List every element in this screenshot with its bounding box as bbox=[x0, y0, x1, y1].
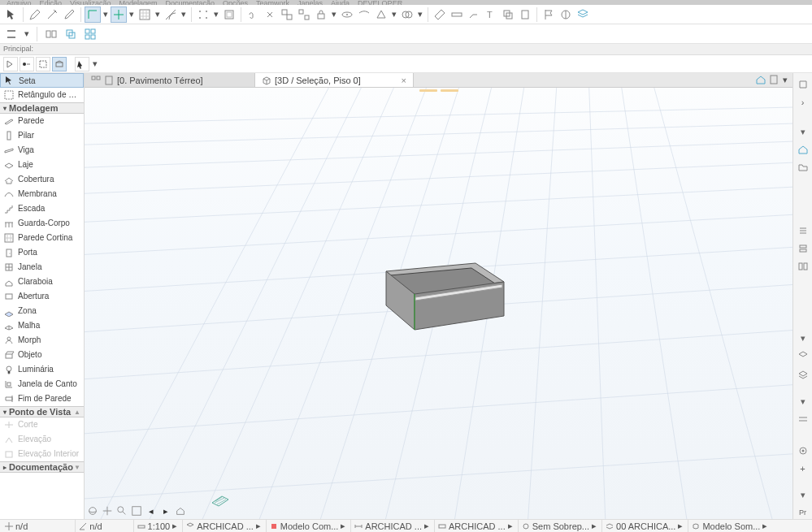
leader-icon[interactable] bbox=[466, 6, 482, 23]
offset-icon[interactable] bbox=[221, 6, 237, 23]
tool-object[interactable]: Objeto bbox=[0, 348, 84, 362]
ruler-icon[interactable] bbox=[449, 6, 465, 23]
dropdown-icon[interactable]: ▾ bbox=[154, 9, 162, 19]
plus-icon[interactable]: + bbox=[797, 462, 810, 475]
tool-marquee[interactable]: Retângulo de Seleção bbox=[0, 88, 84, 102]
sb-model[interactable]: Modelo Som...▸ bbox=[688, 520, 771, 532]
orbit-icon[interactable] bbox=[86, 504, 99, 517]
next-icon[interactable]: ▸ bbox=[159, 504, 172, 517]
group-doc[interactable]: ▸Documentação▼ bbox=[0, 461, 84, 473]
tool-slab[interactable]: Laje bbox=[0, 158, 84, 172]
wand-icon[interactable] bbox=[44, 6, 60, 23]
snap-perp-icon[interactable] bbox=[111, 6, 127, 23]
pointer-tool-icon[interactable] bbox=[3, 6, 20, 23]
dropdown-icon[interactable]: ▾ bbox=[212, 9, 220, 19]
layers-icon[interactable] bbox=[797, 349, 810, 362]
mode-a-icon[interactable] bbox=[3, 57, 18, 71]
prev-icon[interactable]: ◂ bbox=[145, 504, 158, 517]
group-icon[interactable] bbox=[279, 6, 295, 23]
dropdown-icon[interactable]: ▾ bbox=[91, 58, 99, 69]
pan-icon[interactable] bbox=[101, 504, 114, 517]
tool-membrane[interactable]: Membrana bbox=[0, 187, 84, 201]
stack-icon[interactable] bbox=[797, 242, 810, 255]
ungroup-icon[interactable] bbox=[296, 6, 312, 23]
grid-dots-icon[interactable] bbox=[195, 6, 211, 23]
tool-elev[interactable]: Elevação bbox=[0, 432, 84, 447]
expand3-icon[interactable]: ▾ bbox=[797, 395, 810, 408]
house-icon[interactable] bbox=[797, 143, 810, 156]
mode-c-icon[interactable] bbox=[36, 57, 50, 71]
tile-icon[interactable] bbox=[82, 26, 98, 42]
tool-mesh[interactable]: Malha bbox=[0, 318, 84, 333]
tool-rail[interactable]: Guarda-Corpo bbox=[0, 216, 84, 231]
sb-scale[interactable]: 1:100▸ bbox=[133, 520, 181, 532]
dropdown-icon[interactable]: ▾ bbox=[781, 75, 789, 85]
cursor-obj-icon[interactable] bbox=[75, 57, 89, 71]
tool-wall[interactable]: Parede bbox=[0, 114, 84, 128]
dropdown-icon[interactable]: ▾ bbox=[330, 9, 338, 19]
arrange-icon[interactable] bbox=[43, 26, 59, 42]
copy-icon[interactable] bbox=[500, 6, 516, 23]
dropdown-icon[interactable]: ▾ bbox=[102, 9, 110, 19]
chevron-right-icon[interactable]: › bbox=[797, 96, 810, 109]
tab-3d[interactable]: [3D / Seleção, Piso 0] × bbox=[255, 73, 414, 87]
sb-layers2[interactable]: 00 ARCHICA...▸ bbox=[601, 520, 686, 532]
sb-struct[interactable]: ARCHICAD ...▸ bbox=[434, 520, 516, 532]
nav-doc-icon[interactable] bbox=[768, 74, 779, 87]
dropdown-icon[interactable]: ▾ bbox=[23, 28, 31, 39]
tab-floorplan[interactable]: [0. Pavimento Térreo] bbox=[85, 73, 255, 87]
tool-morph[interactable]: Morph bbox=[0, 333, 84, 348]
layers3-icon[interactable] bbox=[797, 413, 810, 426]
flag-circle-icon[interactable] bbox=[558, 6, 574, 23]
group-modelagem[interactable]: ▾Modelagem bbox=[0, 102, 84, 114]
tool-curtain[interactable]: Parede Cortina bbox=[0, 231, 84, 245]
expand-icon[interactable]: ▾ bbox=[797, 125, 810, 138]
dropdown-icon[interactable]: ▾ bbox=[180, 9, 188, 19]
nav-toggle-icon[interactable] bbox=[797, 78, 810, 91]
prop-expand-icon[interactable]: ▾ bbox=[797, 488, 810, 501]
tool-window[interactable]: Janela bbox=[0, 260, 84, 275]
group-pov[interactable]: ▾Ponto de Vista▲ bbox=[0, 406, 84, 417]
home-view-icon[interactable] bbox=[174, 504, 187, 517]
gear-icon[interactable] bbox=[797, 444, 810, 457]
stack2-icon[interactable] bbox=[797, 260, 810, 273]
lock-icon[interactable] bbox=[313, 6, 329, 23]
bool-icon[interactable] bbox=[399, 6, 415, 23]
detach-icon[interactable] bbox=[262, 6, 278, 23]
sb-layers[interactable]: ARCHICAD ...▸ bbox=[182, 520, 264, 532]
sb-dim[interactable]: ARCHICAD ...▸ bbox=[350, 520, 432, 532]
tool-cornerwin[interactable]: Janela de Canto bbox=[0, 377, 84, 391]
tool-icon[interactable] bbox=[3, 26, 20, 42]
expand2-icon[interactable]: ▾ bbox=[797, 331, 810, 344]
drawer-object[interactable] bbox=[358, 255, 520, 353]
tool-pillar[interactable]: Pilar bbox=[0, 128, 84, 143]
flag-icon[interactable] bbox=[541, 6, 557, 23]
sb-pen[interactable]: Modelo Com...▸ bbox=[266, 520, 350, 532]
tool-lamp[interactable]: Luminária bbox=[0, 362, 84, 377]
zoom-icon[interactable] bbox=[115, 504, 128, 517]
dropdown-icon[interactable]: ▾ bbox=[416, 9, 424, 19]
tool-stair[interactable]: Escada bbox=[0, 201, 84, 216]
tool-arrow[interactable]: Seta bbox=[0, 73, 84, 88]
hide-icon[interactable] bbox=[339, 6, 355, 23]
tool-beam[interactable]: Viga bbox=[0, 143, 84, 158]
attach-icon[interactable] bbox=[245, 6, 261, 23]
tool-door[interactable]: Porta bbox=[0, 245, 84, 260]
paste-icon[interactable] bbox=[517, 6, 533, 23]
tool-skylight[interactable]: Claraboia bbox=[0, 275, 84, 289]
sb-over[interactable]: Sem Sobrep...▸ bbox=[518, 520, 600, 532]
pencil-icon[interactable] bbox=[27, 6, 43, 23]
layer-3d-icon[interactable] bbox=[575, 6, 591, 23]
sb-angle[interactable]: n/d bbox=[75, 520, 105, 532]
nav-house-icon[interactable] bbox=[755, 74, 766, 87]
text-icon[interactable]: T bbox=[483, 6, 499, 23]
mode-d-icon[interactable] bbox=[52, 57, 67, 71]
tool-section[interactable]: Corte bbox=[0, 417, 84, 432]
measure-icon[interactable] bbox=[432, 6, 448, 23]
snap-grid-icon[interactable] bbox=[137, 6, 153, 23]
fit-icon[interactable] bbox=[130, 504, 143, 517]
tool-roof[interactable]: Cobertura bbox=[0, 172, 84, 187]
snap-angle-icon[interactable] bbox=[163, 6, 179, 23]
folder-icon[interactable] bbox=[797, 161, 810, 174]
dropdown-icon[interactable]: ▾ bbox=[128, 9, 136, 19]
